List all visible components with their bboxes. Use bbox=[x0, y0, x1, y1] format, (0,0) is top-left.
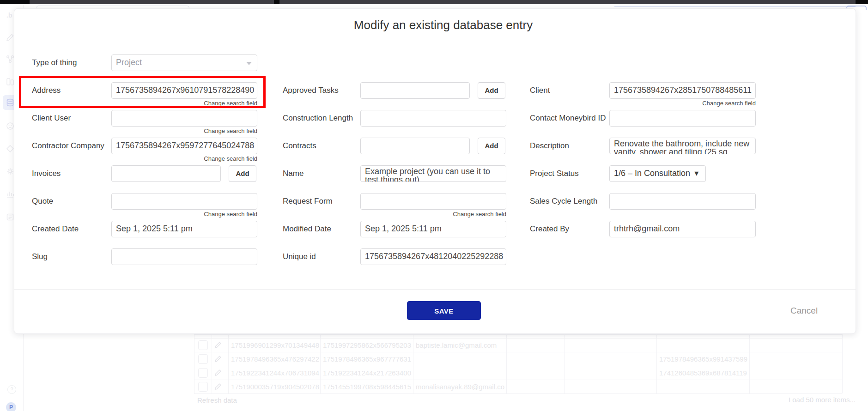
field-quote: QuoteChange search field bbox=[32, 193, 257, 220]
address-change-search-link[interactable]: Change search field bbox=[111, 100, 257, 107]
address-input[interactable]: 1756735894267x9610791578228490 bbox=[111, 82, 257, 99]
type-of-thing-label: Type of thing bbox=[32, 54, 77, 71]
type-of-thing-select[interactable]: Project bbox=[111, 54, 257, 71]
insights-chart-icon bbox=[6, 189, 15, 199]
approved-tasks-add-button[interactable]: Add bbox=[478, 82, 505, 99]
client-user-change-search-link[interactable]: Change search field bbox=[111, 127, 257, 134]
client-label: Client bbox=[530, 82, 550, 99]
field-modified-date: Modified DateSep 1, 2025 5:11 pm bbox=[283, 221, 506, 248]
table-grid-line bbox=[194, 338, 842, 338]
field-contractor-company: Contractor Company1756735894267x95972776… bbox=[32, 138, 257, 164]
slug-input[interactable] bbox=[111, 248, 257, 265]
quote-change-search-link[interactable]: Change search field bbox=[111, 211, 257, 218]
top-bar-segment bbox=[856, 0, 868, 4]
table-grid-line bbox=[749, 334, 750, 393]
top-bar-segment bbox=[0, 0, 30, 4]
table-cell: 1751922341244x706731094 bbox=[231, 369, 321, 377]
cancel-button[interactable]: Cancel bbox=[790, 301, 818, 320]
contracts-add-button[interactable]: Add bbox=[478, 138, 505, 154]
refresh-data-link[interactable]: Refresh data bbox=[197, 396, 237, 404]
request-form-input[interactable] bbox=[360, 193, 506, 210]
contractor-company-change-search-link[interactable]: Change search field bbox=[111, 155, 257, 162]
workflow-icon bbox=[6, 54, 15, 64]
chevron-down-icon bbox=[246, 62, 252, 65]
field-invoices: InvoicesAdd bbox=[32, 165, 257, 192]
edit-pencil-icon[interactable] bbox=[214, 355, 222, 365]
contracts-input[interactable] bbox=[360, 138, 470, 154]
table-grid-line bbox=[194, 352, 842, 352]
row-checkbox[interactable] bbox=[198, 354, 208, 364]
edit-pencil-icon[interactable] bbox=[214, 369, 222, 379]
slug-label: Slug bbox=[32, 248, 48, 265]
table-cell: baptiste.lamic@gmail.com bbox=[416, 341, 507, 349]
plugins-icon bbox=[6, 121, 15, 131]
table-cell: 1751922341244x217263400 bbox=[323, 369, 414, 377]
styles-icon bbox=[6, 144, 15, 153]
row-checkbox[interactable] bbox=[198, 368, 208, 378]
table-grid-line bbox=[194, 393, 842, 394]
client-change-search-link[interactable]: Change search field bbox=[609, 100, 756, 107]
table-grid-line bbox=[194, 334, 194, 393]
construction-length-input[interactable] bbox=[360, 110, 506, 127]
client-user-label: Client User bbox=[32, 110, 71, 127]
modified-date-input[interactable]: Sep 1, 2025 5:11 pm bbox=[360, 221, 506, 237]
unique-id-input[interactable]: 1756735894267x4812040225292288 bbox=[360, 248, 506, 265]
quote-label: Quote bbox=[32, 193, 53, 210]
table-cell: 1741260485369x687814119 bbox=[659, 369, 750, 377]
save-button[interactable]: SAVE bbox=[407, 301, 481, 320]
sales-cycle-length-label: Sales Cycle Length bbox=[530, 193, 597, 210]
footer-divider bbox=[14, 289, 856, 290]
svg-text:.b: .b bbox=[6, 12, 12, 19]
invoices-input[interactable] bbox=[111, 165, 221, 182]
row-checkbox[interactable] bbox=[198, 340, 208, 350]
avatar[interactable]: P bbox=[6, 402, 16, 411]
table-cell: 1751997295862x566795203 bbox=[323, 341, 414, 349]
load-more-link[interactable]: Load 50 more items... bbox=[789, 396, 856, 404]
request-form-change-search-link[interactable]: Change search field bbox=[360, 211, 506, 218]
contractor-company-input[interactable]: 1756735894267x9597277645024788 bbox=[111, 138, 257, 154]
name-input[interactable]: Example project (you can use it to test … bbox=[360, 165, 506, 182]
help-icon[interactable]: ? bbox=[7, 385, 16, 394]
approved-tasks-input[interactable] bbox=[360, 82, 470, 99]
invoices-label: Invoices bbox=[32, 165, 61, 182]
sales-cycle-length-input[interactable] bbox=[609, 193, 756, 210]
edit-pencil-icon[interactable] bbox=[214, 341, 222, 351]
app-root: { "sidebar": { "icons": [ {"name": "bubb… bbox=[0, 0, 868, 411]
design-pencil-icon bbox=[6, 33, 15, 42]
contact-moneybird-id-input[interactable] bbox=[609, 110, 756, 127]
table-grid-line bbox=[194, 334, 842, 335]
created-by-input[interactable]: trhtrh@gmail.com bbox=[609, 221, 756, 237]
top-bar-segment bbox=[274, 0, 279, 4]
table-cell: 1751978496365x476297422 bbox=[231, 355, 321, 363]
field-type-of-thing: Type of thingProject bbox=[32, 54, 257, 81]
field-contracts: ContractsAdd bbox=[283, 138, 506, 164]
invoices-add-button[interactable]: Add bbox=[229, 165, 256, 182]
address-label: Address bbox=[32, 82, 61, 99]
table-grid-line bbox=[842, 334, 843, 393]
name-label: Name bbox=[283, 165, 303, 182]
field-client: Client1756735894267x2851750788485611Chan… bbox=[530, 82, 756, 109]
data-database-icon bbox=[6, 98, 15, 107]
field-address: Address1756735894267x9610791578228490Cha… bbox=[32, 82, 257, 109]
project-status-label: Project Status bbox=[530, 165, 579, 182]
client-user-input[interactable] bbox=[111, 110, 257, 127]
modal-title: Modify an existing database entry bbox=[23, 18, 864, 32]
field-name: NameExample project (you can use it to t… bbox=[283, 165, 506, 192]
description-input[interactable]: Renovate the bathroom, include new vanit… bbox=[609, 138, 756, 154]
construction-length-label: Construction Length bbox=[283, 110, 353, 127]
created-date-input[interactable]: Sep 1, 2025 5:11 pm bbox=[111, 221, 257, 237]
project-status-select[interactable]: 1/6 – In Consultation▾ bbox=[609, 165, 706, 182]
field-created-by: Created Bytrhtrh@gmail.com bbox=[530, 221, 756, 248]
client-input[interactable]: 1756735894267x2851750788485611 bbox=[609, 82, 756, 99]
table-cell: 1751978496365x991437599 bbox=[659, 355, 750, 363]
row-checkbox[interactable] bbox=[198, 382, 208, 392]
contact-moneybird-id-label: Contact Moneybird ID bbox=[530, 110, 606, 127]
table-grid-line bbox=[194, 366, 842, 366]
field-construction-length: Construction Length bbox=[283, 110, 506, 137]
table-cell: 1751455199708x598445615 bbox=[323, 383, 414, 391]
background-toolbar-edge bbox=[614, 6, 856, 7]
approved-tasks-label: Approved Tasks bbox=[283, 82, 339, 99]
quote-input[interactable] bbox=[111, 193, 257, 210]
edit-pencil-icon[interactable] bbox=[214, 382, 222, 393]
table-cell: 1751996901299x701349448 bbox=[231, 341, 321, 349]
